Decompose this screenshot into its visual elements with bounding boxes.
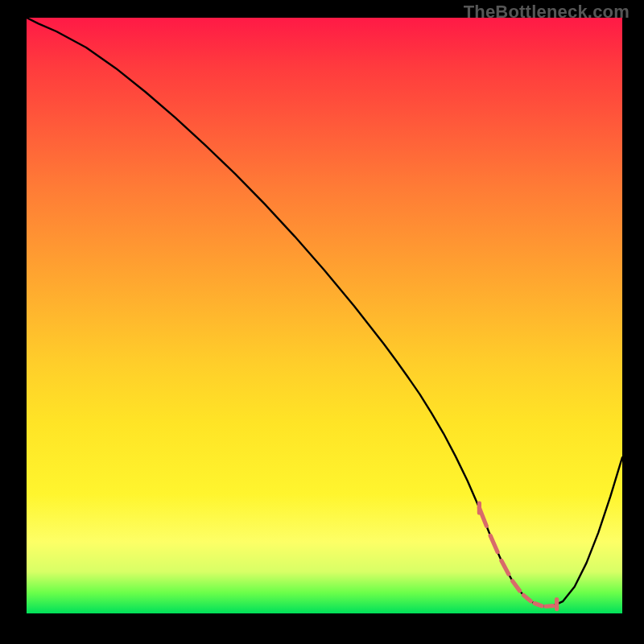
highlight-dash: [502, 561, 509, 575]
chart-frame: TheBottleneck.com: [0, 0, 644, 644]
highlight-dash: [523, 595, 530, 601]
highlight-dash: [535, 603, 542, 605]
highlight-dash: [513, 581, 520, 591]
chart-plot-area: [27, 18, 622, 613]
highlight-dash: [479, 508, 486, 526]
highlight-dash: [490, 535, 497, 551]
chart-svg: [27, 18, 622, 613]
highlight-minimum-segment: [479, 503, 556, 609]
bottleneck-curve: [27, 18, 622, 607]
highlight-dash: [546, 606, 553, 607]
